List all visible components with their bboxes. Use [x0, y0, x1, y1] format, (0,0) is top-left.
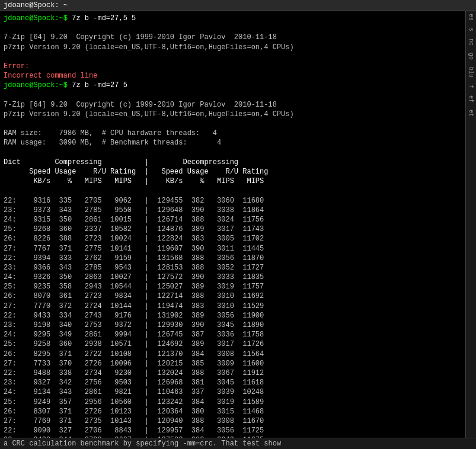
terminal-line: Dict Compressing | Decompressing: [4, 158, 238, 166]
terminal-body[interactable]: jdoane@Spock:~$ 7z b -md=27,5 5 7-Zip [6…: [0, 11, 465, 438]
right-label-ef: ef: [468, 95, 474, 102]
right-label-f: f: [468, 85, 474, 88]
right-label-nc: nc: [468, 39, 474, 46]
terminal-line: RAM size: 7986 MB, # CPU hardware thread…: [4, 129, 217, 137]
terminal-line: 22: 9090 327 2706 8843 | 129957 384 3056…: [4, 426, 264, 435]
terminal-line: 22: 9433 334 2743 9176 | 131902 389 3056…: [4, 312, 264, 320]
right-label-blu: blu: [468, 67, 474, 78]
bottom-text: a CRC calculation benchmark by specifyin…: [4, 440, 281, 448]
terminal-line: 22: 9394 333 2762 9159 | 131568 388 3056…: [4, 254, 264, 262]
terminal-line: jdoane@Spock:~$ 7z b -md=27 5: [4, 81, 127, 89]
terminal-line: 27: 7770 372 2724 10144 | 119474 383 301…: [4, 302, 264, 310]
terminal-line: 23: 9429 344 2790 9607 | 127583 383 3049…: [4, 436, 264, 438]
terminal-line: 23: 9198 340 2753 9372 | 129930 390 3045…: [4, 321, 264, 329]
right-label-go: go: [468, 53, 474, 60]
terminal-line: 24: 9315 350 2861 10015 | 126714 388 302…: [4, 216, 264, 224]
terminal-line: Error:: [4, 62, 29, 70]
terminal-line: 25: 9268 360 2337 10582 | 124876 389 301…: [4, 225, 264, 233]
terminal-line: p7zip Version 9.20 (locale=en_US,UTF-8,U…: [4, 43, 294, 52]
terminal-line: 27: 7733 370 2726 10096 | 120215 385 300…: [4, 360, 264, 368]
terminal-line: Speed Usage R/U Rating | Speed Usage R/U…: [4, 168, 268, 176]
terminal-line: 26: 8307 371 2726 10123 | 120364 380 301…: [4, 408, 264, 416]
terminal-line: 24: 9326 350 2863 10027 | 127572 390 303…: [4, 273, 264, 281]
right-panel: es s nc go blu f ef et: [465, 11, 476, 438]
terminal-line: p7zip Version 9.20 (locale=en_US,UTF-8,U…: [4, 110, 294, 118]
terminal-line: 7-Zip [64] 9.20 Copyright (c) 1999-2010 …: [4, 101, 277, 109]
terminal-line: Incorrect command line: [4, 72, 97, 80]
terminal-line: 26: 8226 388 2723 10024 | 122824 383 300…: [4, 235, 264, 243]
title-text: jdoane@Spock: ~: [4, 1, 68, 9]
right-label-es: es: [468, 14, 474, 21]
terminal-line: 25: 9249 357 2956 10560 | 123242 384 301…: [4, 398, 264, 406]
terminal-line: 23: 9327 342 2756 9503 | 126968 381 3045…: [4, 379, 264, 387]
right-label-et: et: [468, 110, 474, 117]
terminal-line: 22: 9316 335 2705 9062 | 129455 382 3060…: [4, 197, 264, 205]
bottom-bar: a CRC calculation benchmark by specifyin…: [0, 438, 476, 449]
terminal-line: jdoane@Spock:~$ 7z b -md=27,5 5: [4, 14, 136, 23]
terminal-line: 27: 7767 371 2775 10141 | 119607 390 301…: [4, 245, 264, 253]
terminal-line: 24: 9295 349 2861 9994 | 126745 387 3036…: [4, 331, 264, 339]
terminal-window: jdoane@Spock: ~ jdoane@Spock:~$ 7z b -md…: [0, 0, 476, 449]
terminal-line: 23: 9373 343 2785 9550 | 129648 390 3038…: [4, 206, 264, 214]
terminal-line: RAM usage: 3090 MB, # Benchmark threads:…: [4, 139, 221, 147]
terminal-line: 26: 8295 371 2722 10108 | 121370 384 300…: [4, 350, 264, 358]
terminal-line: KB/s % MIPS MIPS | KB/s % MIPS MIPS: [4, 177, 264, 185]
title-bar: jdoane@Spock: ~: [0, 0, 476, 11]
terminal-line: 27: 7769 371 2735 10143 | 120940 388 300…: [4, 417, 264, 425]
right-label-s: s: [468, 28, 474, 31]
terminal-line: 25: 9258 360 2938 10571 | 124692 389 301…: [4, 340, 264, 348]
terminal-line: 23: 9366 343 2785 9543 | 128153 388 3052…: [4, 264, 264, 272]
terminal-line: 26: 8070 361 2723 9834 | 122714 388 3010…: [4, 292, 264, 300]
terminal-line: 24: 9134 343 2861 9821 | 110463 337 3039…: [4, 388, 264, 396]
terminal-line: 25: 9235 358 2943 10544 | 125027 389 301…: [4, 283, 264, 291]
terminal-line: 7-Zip [64] 9.20 Copyright (c) 1999-2010 …: [4, 33, 277, 41]
terminal-line: 22: 9488 338 2734 9230 | 132024 388 3067…: [4, 369, 264, 377]
